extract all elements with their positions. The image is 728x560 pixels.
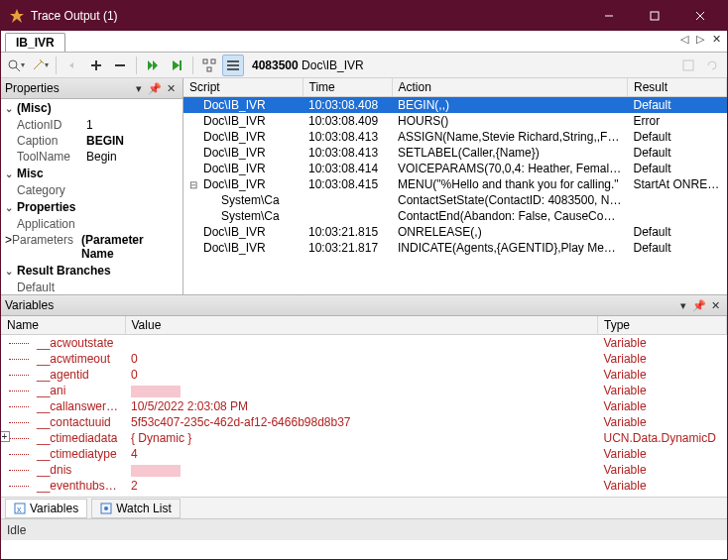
variables-body[interactable]: NameValueType __acwoutstateVariable__acw… — [1, 316, 727, 497]
redacted-value — [131, 386, 181, 397]
trace-column-header[interactable]: Action — [392, 78, 628, 97]
trace-row[interactable]: Doc\IB_IVR10:03:08.409HOURS()Error — [183, 113, 727, 129]
svg-rect-13 — [227, 60, 239, 62]
variables-column-header[interactable]: Value — [125, 316, 598, 335]
app-icon — [9, 8, 25, 24]
variable-row[interactable]: __dnisVariable — [1, 462, 727, 478]
redacted-value — [131, 465, 181, 477]
titlebar: Trace Output (1) — [1, 1, 727, 31]
svg-rect-10 — [203, 59, 207, 63]
trace-row[interactable]: Doc\IB_IVR10:03:21.815ONRELEASE(,)Defaul… — [183, 224, 727, 240]
variable-row[interactable]: __callanswertime10/5/2022 2:03:08 PMVari… — [1, 398, 727, 414]
prop-row[interactable]: Application — [1, 216, 182, 232]
prop-row[interactable]: >Parameters(Parameter Name — [1, 232, 182, 262]
properties-body: ⌄(Misc)ActionID1CaptionBEGINToolNameBegi… — [1, 99, 182, 294]
view-tree-button[interactable] — [198, 55, 220, 76]
variables-icon: x — [14, 503, 26, 514]
svg-text:x: x — [17, 504, 22, 514]
remove-button[interactable] — [109, 55, 131, 76]
minimize-button[interactable] — [586, 1, 632, 31]
variables-column-header[interactable]: Name — [1, 316, 125, 335]
svg-rect-15 — [227, 68, 239, 70]
svg-rect-16 — [683, 60, 693, 70]
tab-variables-label: Variables — [30, 502, 78, 515]
toolbar-doc-info: 4083500 Doc\IB_IVR — [252, 58, 364, 72]
tab-variables[interactable]: x Variables — [5, 499, 87, 518]
document-tabstrip: IB_IVR ◁ ▷ ✕ — [1, 31, 727, 53]
trace-row[interactable]: Doc\IB_IVR10:03:21.817INDICATE(Agents,{A… — [183, 240, 727, 256]
variables-column-header[interactable]: Type — [598, 316, 727, 335]
watchlist-icon — [100, 503, 112, 514]
variable-row[interactable]: __aniVariable — [1, 383, 727, 398]
svg-point-4 — [9, 60, 17, 68]
prop-row[interactable]: ToolNameBegin — [1, 149, 182, 165]
properties-pin-button[interactable]: 📌 — [147, 80, 163, 96]
expand-toggle[interactable]: ⊟ — [187, 179, 199, 190]
step-button[interactable] — [166, 55, 187, 76]
tab-next-button[interactable]: ▷ — [694, 33, 706, 46]
undo-button[interactable] — [61, 55, 83, 76]
prop-group-header[interactable]: ⌄(Misc) — [1, 99, 182, 117]
add-button[interactable] — [85, 55, 107, 76]
prop-row[interactable]: CaptionBEGIN — [1, 133, 182, 149]
statusbar: Idle — [1, 518, 727, 540]
view-list-button[interactable] — [222, 55, 244, 76]
maximize-button[interactable] — [632, 1, 677, 31]
variables-panel: Variables ▾ 📌 ✕ NameValueType __acwoutst… — [1, 294, 727, 497]
trace-row[interactable]: Doc\IB_IVR10:03:08.413SETLABEL(Caller,{N… — [183, 145, 727, 161]
trace-column-header[interactable]: Result — [628, 78, 727, 97]
prop-group-header[interactable]: ⌄Properties — [1, 198, 182, 216]
doc-label: Doc\IB_IVR — [302, 58, 364, 72]
svg-rect-12 — [207, 67, 211, 71]
status-text: Idle — [7, 523, 26, 537]
trace-row[interactable]: ⊟Doc\IB_IVR10:03:08.415MENU("%Hello and … — [183, 176, 727, 192]
properties-close-button[interactable]: ✕ — [163, 80, 179, 96]
variable-row[interactable]: __eventhubsequen2Variable — [1, 478, 727, 494]
svg-point-20 — [104, 506, 108, 510]
close-button[interactable] — [677, 1, 723, 31]
prop-group-header[interactable]: ⌄Misc — [1, 165, 182, 182]
expand-toggle[interactable]: + — [1, 431, 10, 442]
variables-dropdown-button[interactable]: ▾ — [675, 297, 691, 313]
prop-row[interactable]: Default — [1, 280, 182, 294]
export-button[interactable] — [677, 55, 699, 76]
refresh-button[interactable] — [701, 55, 723, 76]
trace-column-header[interactable]: Script — [183, 78, 303, 97]
trace-row[interactable]: System\CaContactEnd(Abandon: False, Caus… — [183, 208, 727, 224]
trace-column-header[interactable]: Time — [303, 78, 392, 97]
prop-group-header[interactable]: ⌄Result Branches — [1, 262, 182, 280]
doc-id: 4083500 — [252, 58, 299, 72]
trace-row[interactable]: Doc\IB_IVR10:03:08.408BEGIN(,,)Default — [183, 97, 727, 114]
variable-row[interactable]: __ctimediatype4Variable — [1, 446, 727, 462]
variables-close-button[interactable]: ✕ — [707, 297, 723, 313]
svg-rect-11 — [211, 59, 215, 63]
run-button[interactable] — [142, 55, 164, 76]
trace-row[interactable]: System\CaContactSetState(ContactID: 4083… — [183, 192, 727, 208]
properties-panel: Properties ▾ 📌 ✕ ⌄(Misc)ActionID1Caption… — [1, 78, 183, 294]
variable-row[interactable]: __acwoutstateVariable — [1, 335, 727, 352]
variable-row[interactable]: __contactuuid5f53c407-235c-462d-af12-646… — [1, 414, 727, 430]
tab-ib-ivr[interactable]: IB_IVR — [5, 33, 65, 52]
variables-header: Variables ▾ 📌 ✕ — [1, 295, 727, 316]
variables-pin-button[interactable]: 📌 — [691, 297, 707, 313]
tab-prev-button[interactable]: ◁ — [678, 33, 690, 46]
variable-row[interactable]: +__ctimediadata{ Dynamic }UCN.Data.Dynam… — [1, 430, 727, 446]
svg-line-5 — [16, 67, 20, 71]
variable-row[interactable]: __agentid0Variable — [1, 367, 727, 383]
tab-nav-controls: ◁ ▷ ✕ — [678, 33, 723, 46]
trace-row[interactable]: Doc\IB_IVR10:03:08.414VOICEPARAMS(70,0,4… — [183, 161, 727, 176]
properties-title: Properties — [5, 81, 131, 95]
tools-button[interactable]: ▾ — [29, 55, 51, 76]
svg-rect-1 — [651, 12, 659, 20]
tab-close-button[interactable]: ✕ — [710, 33, 723, 46]
properties-dropdown-button[interactable]: ▾ — [131, 80, 147, 96]
trace-row[interactable]: Doc\IB_IVR10:03:08.413ASSIGN(Name,Stevie… — [183, 129, 727, 145]
variables-title: Variables — [5, 298, 675, 312]
prop-row[interactable]: ActionID1 — [1, 117, 182, 133]
prop-row[interactable]: Category — [1, 182, 182, 198]
search-button[interactable]: ▾ — [5, 55, 27, 76]
variable-row[interactable]: __acwtimeout0Variable — [1, 351, 727, 367]
tab-watchlist[interactable]: Watch List — [91, 499, 181, 518]
bottom-tabstrip: x Variables Watch List — [1, 497, 727, 518]
properties-header: Properties ▾ 📌 ✕ — [1, 78, 182, 99]
